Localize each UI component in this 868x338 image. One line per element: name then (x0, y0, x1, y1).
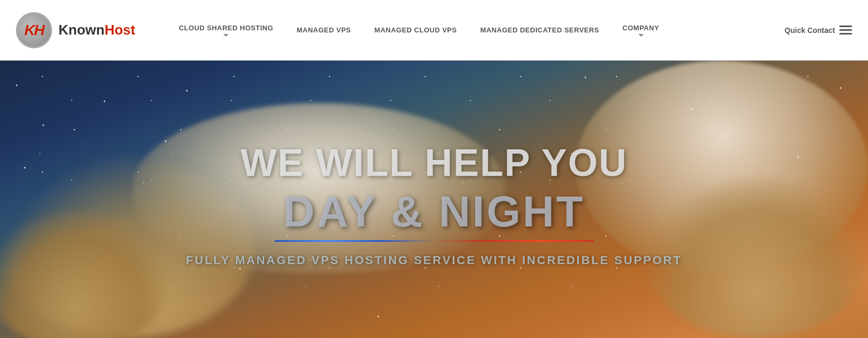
hero-headline: WE WILL HELP YOU (240, 142, 627, 184)
hero-tagline: FULLY MANAGED VPS HOSTING SERVICE WITH I… (186, 254, 682, 267)
nav-item-company[interactable]: COMPANY (611, 24, 671, 37)
quick-contact-area[interactable]: Quick Contact (785, 26, 852, 35)
hamburger-line-2 (839, 29, 852, 31)
quick-contact-label: Quick Contact (785, 26, 835, 35)
nav-item-label-cloud-shared-hosting: CLOUD SHARED HOSTING (179, 24, 273, 32)
logo-initials: KH (24, 22, 44, 39)
chevron-down-icon-cloud-shared-hosting (223, 34, 229, 37)
hero-day: DAY (283, 187, 376, 235)
nav-item-managed-cloud-vps[interactable]: MANAGED CLOUD VPS (363, 26, 468, 34)
nav-item-label-managed-cloud-vps: MANAGED CLOUD VPS (374, 26, 457, 34)
hero-ampersand: & (377, 187, 439, 235)
hero-divider-red (434, 240, 594, 242)
hero-subheadline: DAY & NIGHT (283, 190, 585, 233)
nav-item-label-managed-vps: MANAGED VPS (297, 26, 351, 34)
logo-area[interactable]: KH KnownHost (16, 12, 135, 48)
hamburger-line-1 (839, 26, 852, 27)
logo-host: Host (105, 22, 136, 38)
nav-item-managed-dedicated-servers[interactable]: MANAGED DEDICATED SERVERS (468, 26, 611, 34)
hero-night: NIGHT (439, 187, 585, 235)
logo-known: Known (58, 22, 105, 38)
chevron-down-icon-company (638, 34, 644, 37)
logo-icon: KH (16, 12, 52, 48)
hamburger-line-3 (839, 33, 852, 35)
nav-item-managed-vps[interactable]: MANAGED VPS (285, 26, 363, 34)
hero-divider-blue (275, 240, 434, 242)
nav-item-label-managed-dedicated-servers: MANAGED DEDICATED SERVERS (480, 26, 599, 34)
hamburger-icon (839, 26, 852, 35)
nav-links: CLOUD SHARED HOSTING MANAGED VPS MANAGED… (167, 24, 785, 37)
hero-content: WE WILL HELP YOU DAY & NIGHT FULLY MANAG… (0, 61, 868, 338)
navbar: KH KnownHost CLOUD SHARED HOSTING MANAGE… (0, 0, 868, 61)
hero-section: WE WILL HELP YOU DAY & NIGHT FULLY MANAG… (0, 61, 868, 338)
hero-divider (275, 240, 594, 243)
logo-text: KnownHost (58, 22, 135, 38)
nav-item-cloud-shared-hosting[interactable]: CLOUD SHARED HOSTING (167, 24, 285, 37)
nav-item-label-company: COMPANY (622, 24, 659, 32)
